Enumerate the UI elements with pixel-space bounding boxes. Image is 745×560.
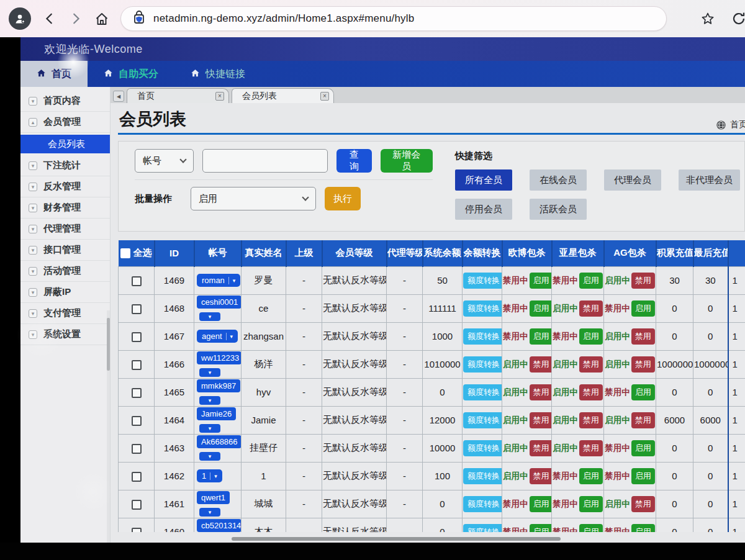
account-name-pill[interactable]: ww112233 — [197, 351, 242, 364]
quick-filter-代理会员[interactable]: 代理会员 — [604, 169, 661, 191]
forward-icon[interactable] — [68, 11, 83, 26]
row-checkbox[interactable] — [132, 276, 142, 286]
enable-button[interactable]: 启用 — [530, 328, 552, 345]
disable-button[interactable]: 禁用 — [530, 384, 552, 400]
refresh-icon[interactable] — [731, 11, 745, 26]
account-dropdown[interactable]: roman▾ — [197, 274, 240, 287]
sidebar-item-会员列表[interactable]: 会员列表 — [20, 135, 110, 153]
row-checkbox[interactable] — [132, 416, 142, 426]
disable-button[interactable]: 禁用 — [631, 273, 655, 289]
sidebar-item-屏蔽IP[interactable]: ▾屏蔽IP — [20, 282, 110, 303]
disable-button[interactable]: 禁用 — [530, 412, 552, 428]
nav-tab-2[interactable]: 自助买分 — [88, 61, 174, 87]
sidebar-item-财务管理[interactable]: ▾财务管理 — [20, 197, 110, 219]
close-icon[interactable]: × — [215, 92, 224, 101]
enable-button[interactable]: 启用 — [631, 468, 655, 484]
back-icon[interactable] — [42, 11, 57, 26]
disable-button[interactable]: 禁用 — [579, 300, 603, 317]
sidebar-item-支付管理[interactable]: ▾支付管理 — [20, 303, 110, 324]
account-name-pill[interactable]: Jamie26 — [197, 407, 236, 420]
transfer-button[interactable]: 额度转换 — [463, 328, 502, 345]
disable-button[interactable]: 禁用 — [530, 468, 552, 484]
quick-filter-活跃会员[interactable]: 活跃会员 — [530, 199, 587, 220]
sidebar-item-会员管理[interactable]: ▴会员管理 — [20, 112, 110, 133]
bookmark-star-icon[interactable] — [700, 11, 715, 26]
select-all-checkbox[interactable] — [120, 248, 130, 258]
account-caret-pill[interactable]: ▾ — [199, 368, 220, 377]
transfer-button[interactable]: 额度转换 — [463, 496, 502, 512]
search-input[interactable] — [202, 149, 328, 173]
account-name-pill[interactable]: ceshi0001 — [197, 296, 242, 309]
search-button[interactable]: 查询 — [336, 149, 371, 173]
quick-filter-在线会员[interactable]: 在线会员 — [530, 169, 587, 191]
transfer-button[interactable]: 额度转换 — [463, 356, 502, 373]
transfer-button[interactable]: 额度转换 — [463, 468, 502, 484]
row-checkbox[interactable] — [132, 388, 142, 398]
execute-button[interactable]: 执行 — [325, 187, 361, 210]
enable-button[interactable]: 启用 — [631, 440, 655, 456]
document-tab-首页[interactable]: 首页× — [127, 88, 229, 103]
disable-button[interactable]: 禁用 — [530, 356, 552, 373]
enable-button[interactable]: 启用 — [579, 273, 603, 289]
account-name-pill[interactable]: qwert1 — [197, 491, 230, 504]
disable-button[interactable]: 禁用 — [579, 440, 603, 456]
transfer-button[interactable]: 额度转换 — [463, 273, 502, 289]
account-name-pill[interactable]: mmkk987 — [197, 379, 240, 392]
site-lock-icon[interactable] — [132, 10, 146, 27]
row-checkbox[interactable] — [132, 332, 142, 342]
enable-button[interactable]: 启用 — [579, 524, 603, 533]
breadcrumb[interactable]: 首页 — [716, 119, 745, 130]
sidebar-item-反水管理[interactable]: ▾反水管理 — [20, 176, 110, 197]
quick-filter-停用会员[interactable]: 停用会员 — [455, 199, 512, 220]
enable-button[interactable]: 启用 — [530, 496, 552, 512]
row-checkbox[interactable] — [132, 500, 142, 510]
enable-button[interactable]: 启用 — [579, 328, 603, 345]
account-name-pill[interactable]: Ak668866 — [197, 435, 242, 448]
sidebar-item-首页内容[interactable]: ▾首页内容 — [20, 91, 110, 112]
row-checkbox[interactable] — [132, 360, 142, 370]
disable-button[interactable]: 禁用 — [579, 356, 603, 373]
disable-button[interactable]: 禁用 — [579, 412, 603, 428]
quick-filter-所有全员[interactable]: 所有全员 — [455, 169, 512, 191]
enable-button[interactable]: 启用 — [631, 524, 655, 533]
disable-button[interactable]: 禁用 — [631, 356, 655, 373]
enable-button[interactable]: 启用 — [530, 524, 552, 533]
account-caret-pill[interactable]: ▾ — [199, 312, 220, 321]
enable-button[interactable]: 启用 — [530, 300, 552, 317]
account-name-pill[interactable]: cb5201314 — [197, 519, 242, 532]
quick-filter-非代理会员[interactable]: 非代理会员 — [679, 169, 740, 191]
disable-button[interactable]: 禁用 — [631, 496, 655, 512]
account-dropdown[interactable]: agent▾ — [197, 330, 238, 343]
tabstrip-left-arrow-icon[interactable]: ◀ — [113, 91, 124, 102]
row-checkbox[interactable] — [132, 304, 142, 314]
enable-button[interactable]: 启用 — [631, 384, 655, 400]
add-member-button[interactable]: 新增会员 — [381, 149, 433, 173]
enable-button[interactable]: 启用 — [631, 300, 655, 317]
batch-action-select[interactable]: 启用 — [191, 187, 316, 210]
enable-button[interactable]: 启用 — [530, 273, 552, 289]
home-icon[interactable] — [94, 11, 109, 26]
sidebar-item-系统设置[interactable]: ▾系统设置 — [20, 324, 110, 345]
sidebar-item-代理管理[interactable]: ▾代理管理 — [20, 219, 110, 240]
transfer-button[interactable]: 额度转换 — [463, 300, 502, 317]
nav-tab-1[interactable]: 首页 — [20, 61, 88, 87]
sidebar-item-活动管理[interactable]: ▾活动管理 — [20, 261, 110, 282]
transfer-button[interactable]: 额度转换 — [463, 524, 502, 533]
disable-button[interactable]: 禁用 — [631, 328, 655, 345]
disable-button[interactable]: 禁用 — [579, 384, 603, 400]
sidebar-item-接口管理[interactable]: ▾接口管理 — [20, 240, 110, 261]
document-tab-会员列表[interactable]: 会员列表× — [232, 88, 334, 103]
transfer-button[interactable]: 额度转换 — [463, 440, 502, 456]
close-icon[interactable]: × — [320, 92, 329, 101]
transfer-button[interactable]: 额度转换 — [463, 412, 502, 428]
row-checkbox[interactable] — [132, 528, 142, 532]
nav-tab-3[interactable]: 快捷链接 — [174, 61, 261, 87]
address-bar[interactable]: netadmin.ng-demo.xyz/admin/Home1.aspx#me… — [120, 6, 667, 31]
account-caret-pill[interactable]: ▾ — [199, 508, 220, 517]
account-caret-pill[interactable]: ▾ — [199, 452, 220, 461]
disable-button[interactable]: 禁用 — [530, 440, 552, 456]
horizontal-scrollbar[interactable] — [232, 537, 561, 541]
profile-avatar-icon[interactable] — [9, 7, 31, 30]
search-field-select[interactable]: 帐号 — [135, 149, 194, 173]
sidebar-item-下注统计[interactable]: ▾下注统计 — [20, 155, 110, 176]
